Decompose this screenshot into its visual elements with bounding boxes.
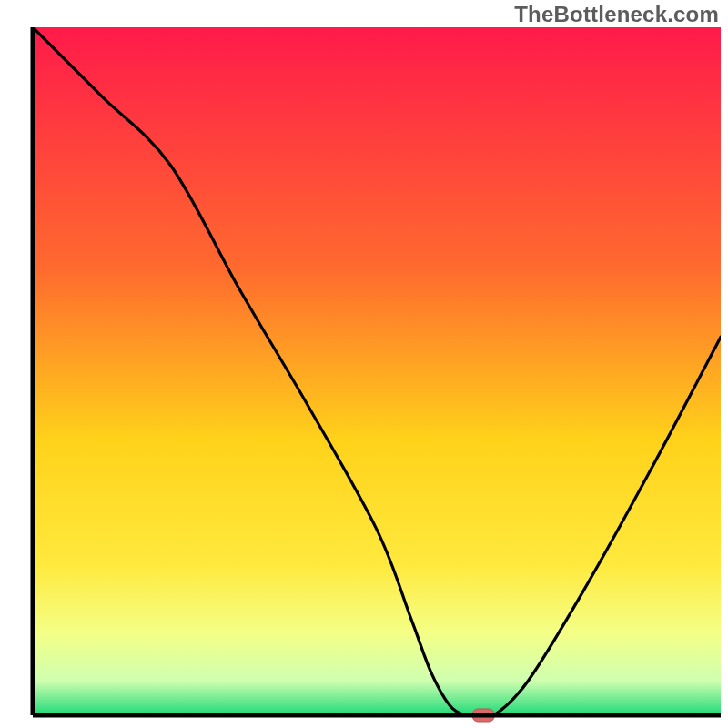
plot-background bbox=[33, 27, 721, 715]
bottleneck-chart: TheBottleneck.com bbox=[0, 0, 728, 728]
watermark-label: TheBottleneck.com bbox=[514, 2, 719, 27]
chart-svg bbox=[0, 0, 728, 728]
